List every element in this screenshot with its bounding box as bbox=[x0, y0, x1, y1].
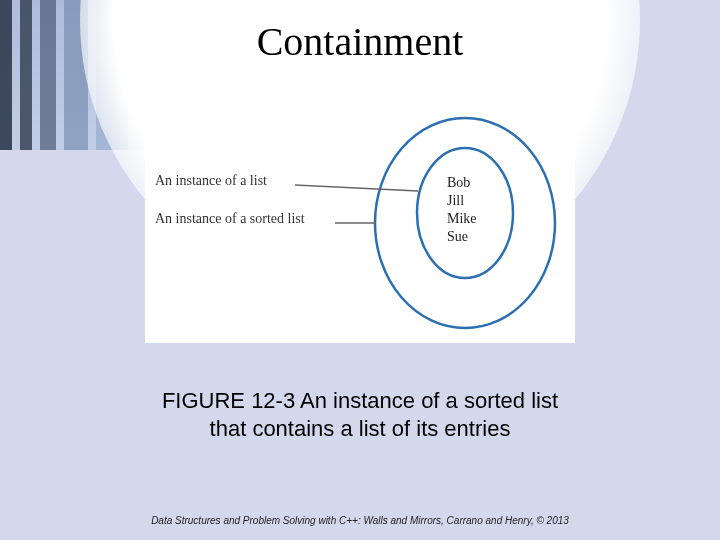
name-2: Mike bbox=[447, 211, 477, 226]
slide: Containment An instance of a list An ins… bbox=[0, 0, 720, 540]
name-0: Bob bbox=[447, 175, 470, 190]
caption-line-2: that contains a list of its entries bbox=[162, 415, 558, 443]
leader-line-list bbox=[295, 185, 418, 191]
label-sorted-list: An instance of a sorted list bbox=[155, 211, 305, 226]
caption-line-1: FIGURE 12-3 An instance of a sorted list bbox=[162, 387, 558, 415]
name-3: Sue bbox=[447, 229, 468, 244]
figure-containment: An instance of a list An instance of a s… bbox=[145, 113, 575, 343]
label-list: An instance of a list bbox=[155, 173, 267, 188]
name-1: Jill bbox=[447, 193, 464, 208]
slide-footer: Data Structures and Problem Solving with… bbox=[0, 515, 720, 526]
slide-title: Containment bbox=[257, 18, 464, 65]
figure-caption: FIGURE 12-3 An instance of a sorted list… bbox=[162, 387, 558, 442]
figure-svg: An instance of a list An instance of a s… bbox=[145, 113, 575, 343]
